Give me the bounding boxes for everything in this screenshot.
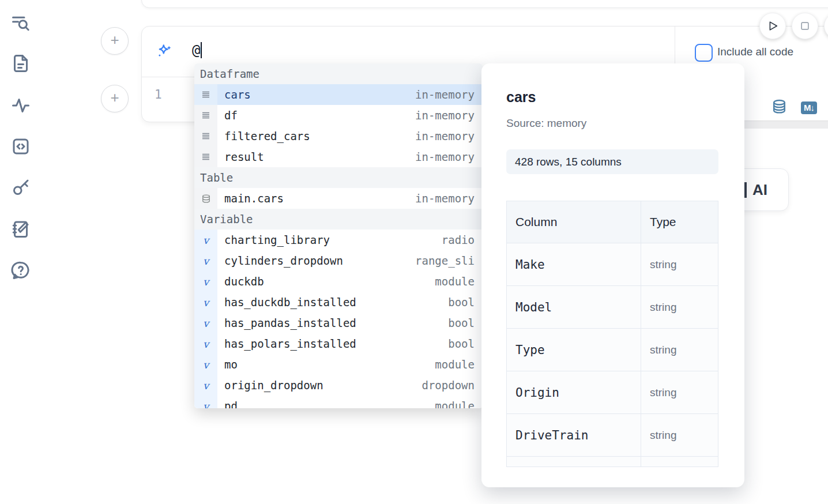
autocomplete-item[interactable]: resultin-memory [194,146,483,167]
item-name: has_duckdb_installed [217,296,448,309]
add-cell-below-button[interactable]: + [101,85,129,112]
autocomplete-item[interactable]: vcylinders_dropdownrange_sli [194,250,483,271]
variable-icon: v [194,333,217,354]
markdown-badge-icon[interactable]: M↓ [801,101,817,114]
schema-row-partial [507,457,718,467]
key-icon[interactable] [10,177,31,198]
code-block-icon[interactable] [10,136,31,157]
autocomplete-section-header: Dataframe [194,63,483,84]
column-name: Type [515,343,545,357]
toc-search-icon[interactable] [10,13,31,33]
activity-icon[interactable] [10,95,31,116]
text-cursor [201,42,202,58]
item-type: bool [448,337,483,350]
item-name: filtered_cars [217,130,415,142]
item-type: dropdown [421,379,483,392]
item-name: main.cars [217,192,415,205]
dataframe-icon [194,126,217,146]
item-name: mo [217,358,435,371]
schema-row: Modelstring [507,286,718,329]
variable-icon: v [194,271,217,292]
ai-prompt-input[interactable]: @ [192,42,202,58]
dataframe-icon [194,84,217,105]
sparkle-icon [156,43,173,60]
autocomplete-item[interactable]: vhas_polars_installedbool [194,333,483,354]
include-all-code-checkbox[interactable] [695,44,713,62]
variable-icon: v [194,230,217,250]
item-name: cylinders_dropdown [217,254,415,267]
column-name: Make [515,258,545,272]
variable-icon: v [194,292,217,313]
line-number: 1 [155,88,162,101]
autocomplete-item[interactable]: vhas_pandas_installedbool [194,313,483,333]
column-type: string [650,429,676,442]
autocomplete-item[interactable]: vpdmodule [194,396,483,408]
column-name: Model [515,300,552,314]
item-type: radio [442,234,483,246]
shape-badge: 428 rows, 15 columns [506,149,718,174]
item-type: module [435,275,483,288]
schema-header-row: ColumnType [507,201,718,243]
schema-row: DriveTrainstring [507,414,718,457]
item-type: bool [448,296,483,309]
variable-icon: v [194,396,217,408]
stop-cell-button[interactable] [792,13,818,39]
column-type: string [650,344,676,356]
column-type: string [650,258,676,271]
run-cell-button[interactable] [759,13,786,39]
item-type: range_sli [415,254,483,267]
scratchpad-icon[interactable] [10,219,31,239]
clipped-letter [744,182,747,198]
item-name: cars [217,88,415,101]
autocomplete-item[interactable]: carsin-memory [194,84,483,105]
item-type: in-memory [415,130,483,142]
item-name: df [217,109,415,122]
help-icon[interactable] [10,260,31,281]
item-type: module [435,358,483,371]
column-name: DriveTrain [515,428,588,442]
autocomplete-item[interactable]: filtered_carsin-memory [194,126,483,146]
autocomplete-section-header: Variable [194,209,483,230]
item-name: has_pandas_installed [217,317,448,329]
previous-cell-edge [141,0,828,8]
autocomplete-item[interactable]: vduckdbmodule [194,271,483,292]
item-name: has_polars_installed [217,337,448,350]
preview-title: cars [506,89,536,106]
schema-row: Typestring [507,329,718,371]
item-type: in-memory [415,151,483,163]
schema-row: Originstring [507,371,718,414]
table-icon [194,188,217,209]
prompt-value: @ [192,42,200,58]
database-icon[interactable] [771,99,788,115]
file-icon[interactable] [10,53,31,74]
item-type: bool [448,317,483,329]
ai-card-label: AI [752,181,767,199]
type-header: Type [650,215,676,229]
item-type: module [435,400,483,408]
left-sidebar [0,0,42,504]
item-name: duckdb [217,275,435,288]
variable-icon: v [194,354,217,375]
autocomplete-item[interactable]: vcharting_libraryradio [194,230,483,250]
include-all-code-label: Include all code [717,46,793,58]
column-name: Origin [515,386,559,400]
autocomplete-item[interactable]: vmomodule [194,354,483,375]
column-type: string [650,386,676,399]
variable-icon: v [194,313,217,333]
item-type: in-memory [415,192,483,205]
autocomplete-dropdown[interactable]: Dataframecarsin-memorydfin-memoryfiltere… [194,63,483,408]
item-name: result [217,151,415,163]
dataframe-icon [194,146,217,167]
item-type: in-memory [415,109,483,122]
dataframe-icon [194,105,217,126]
autocomplete-item[interactable]: vorigin_dropdowndropdown [194,375,483,396]
autocomplete-item[interactable]: dfin-memory [194,105,483,126]
autocomplete-item[interactable]: vhas_duckdb_installedbool [194,292,483,313]
add-cell-above-button[interactable]: + [101,27,129,55]
item-name: charting_library [217,234,442,246]
dataframe-preview-panel: cars Source: memory 428 rows, 15 columns… [481,63,744,487]
stop-icon [799,20,811,32]
variable-icon: v [194,375,217,396]
autocomplete-item[interactable]: main.carsin-memory [194,188,483,209]
column-header: Column [515,215,557,229]
